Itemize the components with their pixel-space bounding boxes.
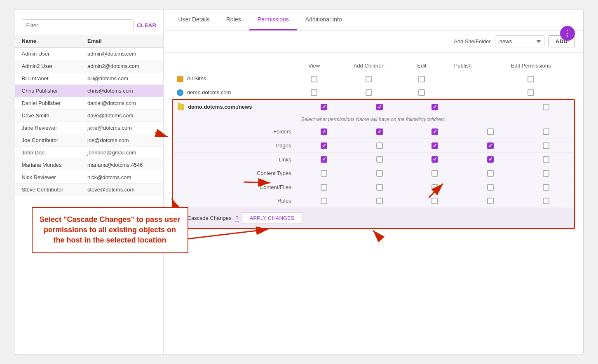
table-row[interactable]: Bill Intranet bill@dotcms.com xyxy=(15,72,163,85)
tab-additional-info[interactable]: Additional Info xyxy=(297,9,350,30)
rules-editperm-checkbox[interactable] xyxy=(543,198,549,204)
contenttypes-addchildren-checkbox[interactable] xyxy=(376,170,383,177)
cascade-label: Cascade Changes xyxy=(188,215,232,221)
right-panel: User Details Roles Permissions Additiona… xyxy=(164,9,583,355)
user-email: mariana@dotcms.4546 xyxy=(81,159,163,171)
table-row[interactable]: Jane Reviewer jane@dotcms.com xyxy=(15,122,163,134)
left-panel: CLEAR Name Email Admin User admin@dotcms… xyxy=(15,9,164,355)
table-row: All Sites xyxy=(172,72,575,86)
demo-view-checkbox[interactable] xyxy=(311,89,317,96)
folders-editperm-checkbox[interactable] xyxy=(543,128,549,135)
filter-bar: CLEAR xyxy=(15,16,163,35)
user-email: jane@dotcms.com xyxy=(81,122,163,134)
tab-user-details[interactable]: User Details xyxy=(170,9,218,30)
name-column-header: Name xyxy=(15,35,81,48)
folders-publish-checkbox[interactable] xyxy=(487,128,494,135)
user-name: Mariana Morales xyxy=(15,159,81,171)
table-row[interactable]: John Doe johndoe@gmail.com xyxy=(15,147,163,159)
col-edit-permissions: Edit Permissions xyxy=(487,59,575,72)
contentfiles-editperm-checkbox[interactable] xyxy=(543,184,549,191)
highlighted-main-row: demo.dotcms.com:/news Select what permis… xyxy=(173,100,574,228)
folders-addchildren-checkbox[interactable] xyxy=(376,128,383,135)
pages-publish-checkbox[interactable] xyxy=(487,142,494,149)
cascade-row: Cascade Changes ? APPLY CHANGES xyxy=(173,208,574,229)
tab-permissions[interactable]: Permissions xyxy=(249,9,297,30)
table-row[interactable]: Joe Contributor joe@dotcms.com xyxy=(15,134,163,147)
cascade-help-link[interactable]: ? xyxy=(235,215,238,222)
demo-editperm-checkbox[interactable] xyxy=(528,89,534,96)
permissions-area: View Add Children Edit Publish Edit Perm… xyxy=(164,53,583,236)
contentfiles-view-checkbox[interactable] xyxy=(321,184,327,191)
more-options-button[interactable]: ⋮ xyxy=(560,26,575,41)
main-container: CLEAR Name Email Admin User admin@dotcms… xyxy=(15,9,584,355)
demo-addchildren-checkbox[interactable] xyxy=(366,89,372,96)
site-icon xyxy=(177,76,183,82)
rules-publish-checkbox[interactable] xyxy=(487,198,494,204)
tab-roles[interactable]: Roles xyxy=(218,9,249,30)
table-row[interactable]: Admin User admin@dotcms.com xyxy=(15,48,163,60)
folders-view-checkbox[interactable] xyxy=(321,128,327,135)
table-row[interactable]: Steve Contributor steve@dotcms.com xyxy=(15,184,163,196)
links-label: Links xyxy=(279,156,291,163)
folder-icon xyxy=(178,104,184,110)
clear-button[interactable]: CLEAR xyxy=(137,22,156,28)
user-email: admin2@dotcms.com xyxy=(81,60,163,72)
pages-edit-checkbox[interactable] xyxy=(431,142,438,149)
pages-editperm-checkbox[interactable] xyxy=(543,142,549,149)
user-email: steve@dotcms.com xyxy=(81,184,163,196)
table-row[interactable]: Daniel Publisher daniel@dotcms.com xyxy=(15,97,163,110)
contenttypes-editperm-checkbox[interactable] xyxy=(543,170,549,177)
table-row[interactable]: Mariana Morales mariana@dotcms.4546 xyxy=(15,159,163,171)
table-row[interactable]: Admin2 User admin2@dotcms.com xyxy=(15,60,163,72)
news-folder-label: demo.dotcms.com:/news xyxy=(188,104,252,110)
contentfiles-addchildren-checkbox[interactable] xyxy=(376,184,383,191)
site-folder-select[interactable]: news xyxy=(495,35,544,47)
table-row[interactable]: Dave Smith dave@dotcms.com xyxy=(15,110,163,122)
links-addchildren-checkbox[interactable] xyxy=(376,156,383,163)
col-publish: Publish xyxy=(439,59,487,72)
rules-label: Rules xyxy=(277,198,291,204)
user-email: joe@dotcms.com xyxy=(81,134,163,147)
news-edit-checkbox[interactable] xyxy=(431,104,438,110)
contenttypes-edit-checkbox[interactable] xyxy=(431,170,438,177)
top-action-bar: Add Site/Folder news ADD xyxy=(164,30,583,53)
contentfiles-edit-checkbox[interactable] xyxy=(431,184,438,191)
content-files-label: Content/Files xyxy=(260,184,291,190)
sub-row-rules: Rules xyxy=(173,194,574,208)
apply-changes-button[interactable]: APPLY CHANGES xyxy=(243,212,302,224)
news-view-checkbox[interactable] xyxy=(321,104,327,110)
contenttypes-view-checkbox[interactable] xyxy=(321,170,327,177)
user-name: Nick Reviewer xyxy=(15,171,81,184)
rules-addchildren-checkbox[interactable] xyxy=(376,198,383,204)
rules-view-checkbox[interactable] xyxy=(321,198,327,204)
folders-label: Folders xyxy=(273,128,291,135)
all-sites-addchildren-checkbox[interactable] xyxy=(366,76,372,82)
all-sites-view-checkbox[interactable] xyxy=(311,76,317,82)
filter-input[interactable] xyxy=(22,19,134,31)
table-row[interactable]: Chris Publisher chris@dotcms.com xyxy=(15,85,163,97)
all-sites-editperm-checkbox[interactable] xyxy=(528,76,534,82)
sub-message: Select what permissions Name will have o… xyxy=(301,117,446,122)
sub-row-links: Links xyxy=(173,152,574,166)
rules-edit-checkbox[interactable] xyxy=(431,198,438,204)
sub-row-content-types: Content Types xyxy=(173,166,574,180)
news-editperm-checkbox[interactable] xyxy=(543,104,549,110)
pages-view-checkbox[interactable] xyxy=(321,142,327,149)
links-publish-checkbox[interactable] xyxy=(487,156,494,163)
links-view-checkbox[interactable] xyxy=(321,156,327,163)
highlighted-section: demo.dotcms.com:/news Select what permis… xyxy=(172,99,575,229)
col-edit: Edit xyxy=(405,59,439,72)
folders-edit-checkbox[interactable] xyxy=(431,128,438,135)
demo-edit-checkbox[interactable] xyxy=(418,89,425,96)
tabs-bar: User Details Roles Permissions Additiona… xyxy=(164,9,583,30)
table-row[interactable]: Nick Reviewer nick@dotcms.com xyxy=(15,171,163,184)
sub-row-content-files: Content/Files xyxy=(173,180,574,194)
contenttypes-publish-checkbox[interactable] xyxy=(487,170,494,177)
content-types-label: Content Types xyxy=(257,170,291,176)
links-editperm-checkbox[interactable] xyxy=(543,156,549,163)
links-edit-checkbox[interactable] xyxy=(431,156,438,163)
contentfiles-publish-checkbox[interactable] xyxy=(487,184,494,191)
pages-addchildren-checkbox[interactable] xyxy=(376,142,383,149)
news-addchildren-checkbox[interactable] xyxy=(376,104,383,110)
all-sites-edit-checkbox[interactable] xyxy=(418,76,425,82)
